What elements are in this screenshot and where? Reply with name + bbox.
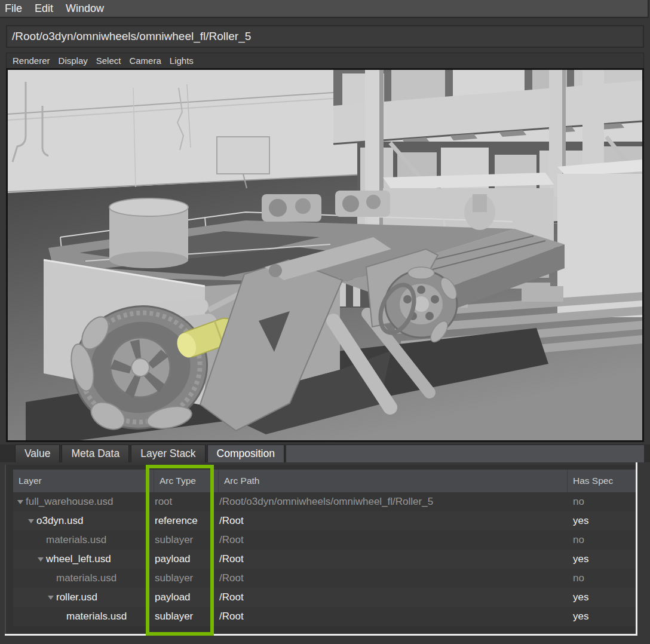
viewport-menu-lights[interactable]: Lights — [170, 56, 194, 66]
column-header-layer[interactable]: Layer — [13, 470, 154, 492]
menu-window[interactable]: Window — [66, 2, 104, 15]
panel-focus-border-bottom — [5, 634, 637, 636]
table-row[interactable]: wheel_left.usd payload /Root yes — [13, 550, 636, 569]
composition-table: Layer Arc Type Arc Path Has Spec full_wa… — [5, 465, 638, 636]
tab-value[interactable]: Value — [15, 444, 60, 462]
viewport-menu-camera[interactable]: Camera — [129, 56, 161, 66]
column-header-arc-type[interactable]: Arc Type — [154, 470, 219, 492]
expander-icon[interactable] — [37, 557, 45, 562]
table-body: full_warehouse.usd root /Root/o3dyn/omni… — [13, 492, 636, 626]
expander-spacer — [47, 576, 55, 581]
column-header-arc-path[interactable]: Arc Path — [219, 470, 568, 492]
menu-edit[interactable]: Edit — [35, 2, 53, 15]
panel-focus-border-right — [636, 462, 637, 636]
menu-file[interactable]: File — [5, 2, 22, 15]
tab-meta-data[interactable]: Meta Data — [62, 444, 129, 462]
expander-icon[interactable] — [47, 595, 55, 600]
viewport-menu-renderer[interactable]: Renderer — [13, 56, 50, 66]
prim-path-value: /Root/o3dyn/omniwheels/omniwheel_fl/Roll… — [12, 30, 251, 43]
viewport-menu-display[interactable]: Display — [59, 56, 88, 66]
menu-bar: File Edit Window — [0, 0, 649, 18]
column-header-has-spec[interactable]: Has Spec — [568, 470, 636, 492]
expander-spacer — [37, 538, 45, 542]
table-row[interactable]: o3dyn.usd reference /Root yes — [13, 511, 636, 530]
table-row[interactable]: roller.usd payload /Root yes — [13, 588, 636, 607]
expander-icon[interactable] — [17, 499, 24, 504]
viewport-menu-select[interactable]: Select — [96, 56, 121, 66]
table-row[interactable]: materials.usd sublayer /Root no — [13, 569, 636, 588]
table-row[interactable]: materials.usd sublayer /Root no — [13, 530, 636, 550]
inspector-tab-bar: Value Meta Data Layer Stack Composition — [0, 444, 650, 462]
tab-layer-stack[interactable]: Layer Stack — [131, 444, 205, 462]
expander-spacer — [57, 614, 65, 619]
expander-icon[interactable] — [27, 519, 35, 523]
robot-drum — [109, 198, 188, 268]
warehouse-scene — [8, 70, 642, 440]
tab-bar-filler — [286, 444, 644, 462]
viewport-menu-bar: Renderer Display Select Camera Lights — [6, 53, 644, 68]
viewport-3d-canvas[interactable] — [6, 68, 644, 442]
table-header: Layer Arc Type Arc Path Has Spec — [13, 470, 636, 492]
table-row[interactable]: full_warehouse.usd root /Root/o3dyn/omni… — [13, 492, 636, 511]
table-row[interactable]: materials.usd sublayer /Root yes — [13, 607, 636, 626]
prim-path-field[interactable]: /Root/o3dyn/omniwheels/omniwheel_fl/Roll… — [6, 25, 644, 48]
tab-composition[interactable]: Composition — [207, 444, 284, 462]
